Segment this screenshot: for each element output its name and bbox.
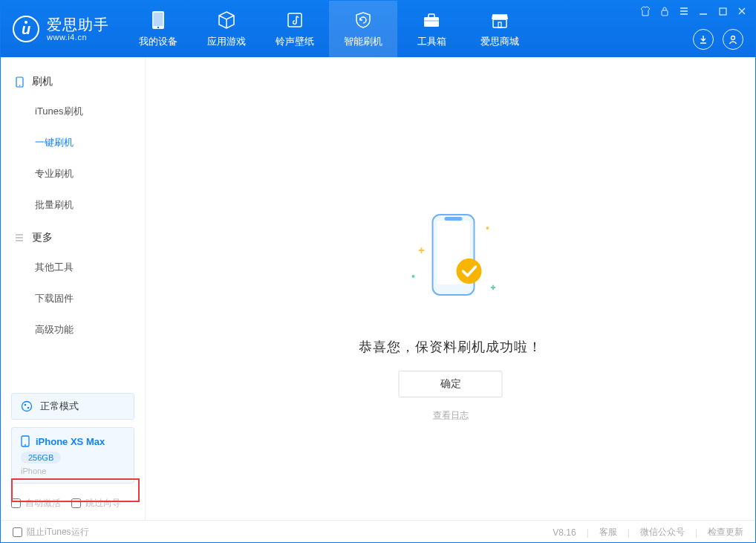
svg-point-19 — [412, 275, 415, 278]
nav-store[interactable]: 爱思商城 — [466, 1, 534, 57]
toolbox-icon — [422, 10, 441, 30]
menu-icon[interactable] — [678, 5, 690, 17]
sidebar-item-oneclick-flash[interactable]: 一键刷机 — [1, 127, 145, 158]
device-card[interactable]: iPhone XS Max 256GB iPhone — [11, 427, 134, 484]
svg-point-15 — [25, 404, 27, 406]
sidebar-item-pro-flash[interactable]: 专业刷机 — [1, 158, 145, 189]
check-auto-activate[interactable]: 自动激活 — [11, 497, 61, 510]
app-url: www.i4.cn — [47, 33, 109, 42]
svg-point-20 — [486, 227, 489, 230]
svg-rect-10 — [720, 8, 726, 15]
footer-check-label: 阻止iTunes运行 — [27, 526, 89, 539]
minimize-button[interactable] — [697, 5, 709, 17]
phone-icon — [14, 77, 25, 88]
maximize-button[interactable] — [717, 5, 729, 17]
app-name: 爱思助手 — [47, 16, 109, 33]
svg-rect-23 — [445, 217, 463, 221]
refresh-shield-icon — [353, 10, 373, 30]
sidebar-item-other-tools[interactable]: 其他工具 — [1, 252, 145, 283]
close-button[interactable] — [736, 5, 748, 17]
device-icon — [151, 10, 166, 30]
ok-button[interactable]: 确定 — [399, 371, 503, 397]
nav-label: 智能刷机 — [344, 35, 382, 48]
footer-support-link[interactable]: 客服 — [599, 526, 617, 539]
sidebar-item-download-firmware[interactable]: 下载固件 — [1, 283, 145, 314]
logo-text: 爱思助手 www.i4.cn — [47, 16, 109, 42]
mode-icon — [21, 400, 33, 412]
music-icon — [286, 10, 304, 30]
svg-point-16 — [27, 407, 30, 409]
svg-rect-3 — [288, 13, 302, 27]
skip-guide-checkbox[interactable] — [71, 498, 81, 508]
sidebar-checks: 自动激活 跳过向导 — [1, 488, 145, 520]
nav-label: 铃声壁纸 — [276, 35, 314, 48]
sidebar-section-more: 更多 其他工具 下载固件 高级功能 — [1, 224, 145, 348]
device-type: iPhone — [21, 466, 125, 475]
device-name: iPhone XS Max — [36, 436, 105, 447]
device-storage-badge: 256GB — [21, 452, 61, 464]
svg-point-2 — [157, 27, 159, 28]
svg-point-24 — [457, 259, 482, 284]
nav-smart-flash[interactable]: 智能刷机 — [329, 1, 397, 57]
logo-icon: u — [13, 16, 39, 42]
user-button[interactable] — [723, 29, 743, 50]
mode-label: 正常模式 — [40, 400, 79, 413]
sidebar-head-label: 更多 — [32, 231, 53, 244]
svg-point-18 — [25, 444, 26, 446]
svg-point-14 — [22, 402, 32, 412]
svg-rect-4 — [424, 17, 439, 27]
sidebar-item-batch-flash[interactable]: 批量刷机 — [1, 189, 145, 221]
logo-area: u 爱思助手 www.i4.cn — [1, 1, 124, 57]
main-nav: 我的设备 应用游戏 铃声壁纸 智能刷机 工具箱 爱思商城 — [124, 1, 534, 57]
nav-toolbox[interactable]: 工具箱 — [397, 1, 466, 57]
app-header: u 爱思助手 www.i4.cn 我的设备 应用游戏 铃声壁纸 智能刷机 工具箱 — [1, 1, 755, 57]
phone-success-illustration — [384, 206, 518, 317]
footer: 阻止iTunes运行 V8.16 | 客服 | 微信公众号 | 检查更新 — [1, 520, 755, 543]
version-label: V8.16 — [553, 527, 576, 538]
sidebar-item-itunes-flash[interactable]: iTunes刷机 — [1, 96, 145, 127]
header-actions — [693, 29, 743, 50]
svg-rect-8 — [498, 22, 501, 27]
nav-ringtone-wallpaper[interactable]: 铃声壁纸 — [261, 1, 329, 57]
footer-update-link[interactable]: 检查更新 — [708, 526, 743, 539]
download-button[interactable] — [693, 29, 714, 50]
view-log-link[interactable]: 查看日志 — [433, 409, 469, 422]
store-icon — [490, 10, 509, 30]
auto-activate-checkbox[interactable] — [11, 498, 21, 508]
sidebar: 刷机 iTunes刷机 一键刷机 专业刷机 批量刷机 更多 其他工具 下载固件 … — [1, 57, 146, 520]
svg-rect-6 — [424, 20, 439, 22]
sidebar-head-more[interactable]: 更多 — [1, 224, 145, 252]
list-icon — [14, 233, 25, 242]
nav-label: 我的设备 — [139, 35, 177, 48]
svg-rect-5 — [428, 14, 434, 18]
svg-rect-1 — [154, 13, 163, 26]
mode-button[interactable]: 正常模式 — [11, 393, 134, 420]
nav-label: 工具箱 — [417, 35, 446, 48]
svg-point-13 — [19, 85, 20, 86]
success-panel: 恭喜您，保资料刷机成功啦！ 确定 查看日志 — [359, 206, 542, 422]
lock-icon[interactable] — [659, 5, 671, 17]
tshirt-icon[interactable] — [639, 5, 651, 17]
sidebar-head-label: 刷机 — [32, 75, 53, 88]
success-message: 恭喜您，保资料刷机成功啦！ — [359, 338, 542, 356]
phone-outline-icon — [21, 435, 30, 447]
cube-icon — [217, 10, 236, 30]
check-label: 跳过向导 — [85, 497, 121, 510]
check-label: 自动激活 — [25, 497, 61, 510]
sidebar-item-advanced[interactable]: 高级功能 — [1, 314, 145, 345]
nav-label: 应用游戏 — [207, 35, 246, 48]
app-body: 刷机 iTunes刷机 一键刷机 专业刷机 批量刷机 更多 其他工具 下载固件 … — [1, 57, 755, 520]
main-content: 恭喜您，保资料刷机成功啦！ 确定 查看日志 — [146, 57, 755, 520]
sidebar-head-flash[interactable]: 刷机 — [1, 68, 145, 96]
footer-wechat-link[interactable]: 微信公众号 — [640, 526, 685, 539]
window-controls — [639, 5, 748, 17]
check-skip-guide[interactable]: 跳过向导 — [71, 497, 121, 510]
sidebar-section-flash: 刷机 iTunes刷机 一键刷机 专业刷机 批量刷机 — [1, 68, 145, 224]
nav-my-device[interactable]: 我的设备 — [124, 1, 192, 57]
block-itunes-checkbox[interactable] — [13, 527, 22, 537]
svg-rect-9 — [662, 10, 668, 16]
nav-label: 爱思商城 — [480, 35, 519, 48]
svg-rect-7 — [493, 19, 506, 27]
nav-apps-games[interactable]: 应用游戏 — [192, 1, 261, 57]
block-itunes-check[interactable]: 阻止iTunes运行 — [13, 526, 89, 539]
